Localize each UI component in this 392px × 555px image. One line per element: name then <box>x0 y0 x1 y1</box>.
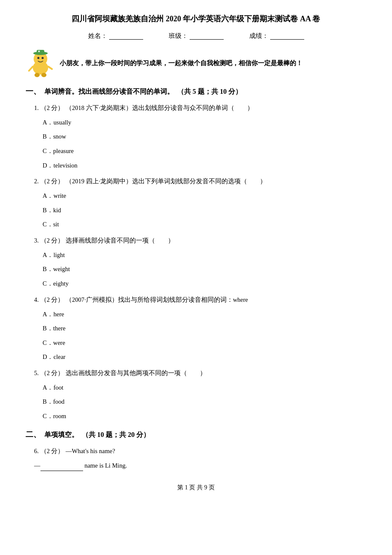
q2-option-a: A．write <box>34 190 366 202</box>
q5-option-a: A．foot <box>34 382 366 394</box>
q1-num: 1. <box>34 104 39 111</box>
q1-option-d: D．television <box>34 160 366 172</box>
mascot-image: ★ <box>26 49 55 78</box>
q4-text: 4. （2 分） （2007·广州模拟）找出与所给得词划线部分读音相同的词：wh… <box>34 294 366 305</box>
class-label: 班级： <box>169 32 188 40</box>
score-field: 成绩： <box>249 32 304 40</box>
q6-suffix: name is Li Ming. <box>83 462 127 469</box>
q2-option-b: B．kid <box>34 205 366 217</box>
q5-option-b: B．food <box>34 396 366 408</box>
q1-option-a: A．usually <box>34 117 366 129</box>
q6-subtext: — name is Li Ming. <box>34 460 366 471</box>
section1-header: 一、 单词辨音。找出画线部分读音不同的单词。 （共 5 题；共 10 分） <box>26 86 366 96</box>
q6-num: 6. <box>34 448 39 454</box>
section1-meta: （共 5 题；共 10 分） <box>177 87 242 96</box>
intro-section: ★ 小朋友，带上你一段时间的学习成果，一起来做个自我检测吧，相信你一定是最棒的！ <box>26 49 366 78</box>
q6-dash: — <box>34 462 40 469</box>
q1-text: 1. （2 分） （2018 六下·龙岗期末）选出划线部分读音与众不同的单词（ … <box>34 102 366 113</box>
q4-c-text: were <box>53 339 65 346</box>
q3-b-text: weight <box>53 266 70 272</box>
section2-meta: （共 10 题；共 20 分） <box>82 431 150 439</box>
q2-a-text: write <box>53 192 66 199</box>
q3-a-text: light <box>53 251 65 258</box>
question-3: 3. （2 分） 选择画线部分读音不同的一项（ ） A．light B．weig… <box>26 235 366 290</box>
q6-text: 6. （2 分） —What's his name? <box>34 445 366 457</box>
q4-body: （2007·广州模拟）找出与所给得词划线部分读音相同的词：where <box>66 296 248 303</box>
intro-text: 小朋友，带上你一段时间的学习成果，一起来做个自我检测吧，相信你一定是最棒的！ <box>60 58 303 69</box>
q1-body: （2018 六下·龙岗期末）选出划线部分读音与众不同的单词（ ） <box>66 104 254 111</box>
q2-num: 2. <box>34 178 39 185</box>
section1-title: 单词辨音。找出画线部分读音不同的单词。 <box>44 87 174 96</box>
q4-d-text: clear <box>53 353 65 360</box>
q5-score: （2 分） <box>40 370 64 376</box>
q1-b-text: snow <box>53 133 66 140</box>
page-info: 第 1 页 共 9 页 <box>177 484 215 491</box>
q3-option-b: B．weight <box>34 263 366 275</box>
q2-option-c: C．sit <box>34 219 366 231</box>
svg-point-8 <box>35 73 40 77</box>
q2-text: 2. （2 分） （2019 四上·龙岗期中）选出下列单词划线部分发音不同的选项… <box>34 176 366 187</box>
q3-c-text: eighty <box>53 280 69 287</box>
q1-d-text: television <box>53 162 77 169</box>
name-blank[interactable] <box>109 32 143 40</box>
question-5: 5. （2 分） 选出画线部分发音与其他两项不同的一项（ ） A．foot B．… <box>26 367 366 422</box>
q3-body: 选择画线部分读音不同的一项（ ） <box>66 237 174 244</box>
q5-c-text: room <box>53 413 66 419</box>
score-blank[interactable] <box>270 32 304 40</box>
q4-option-b: B．there <box>34 323 366 335</box>
q5-a-text: foot <box>53 384 63 391</box>
q3-text: 3. （2 分） 选择画线部分读音不同的一项（ ） <box>34 235 366 246</box>
q4-option-a: A．here <box>34 309 366 321</box>
q5-num: 5. <box>34 370 39 376</box>
question-2: 2. （2 分） （2019 四上·龙岗期中）选出下列单词划线部分发音不同的选项… <box>26 176 366 231</box>
q6-body: —What's his name? <box>66 448 115 454</box>
q6-blank[interactable] <box>40 464 83 471</box>
q3-option-c: C．eighty <box>34 278 366 290</box>
section1: 一、 单词辨音。找出画线部分读音不同的单词。 （共 5 题；共 10 分） 1.… <box>26 86 366 422</box>
q1-score: （2 分） <box>40 104 64 111</box>
q4-option-d: D．clear <box>34 351 366 363</box>
section1-number: 一、 <box>26 86 41 96</box>
q6-score: （2 分） <box>40 448 64 454</box>
section2-title: 单项填空。 <box>44 431 78 439</box>
q4-num: 4. <box>34 296 39 303</box>
score-label: 成绩： <box>249 32 268 40</box>
page-footer: 第 1 页 共 9 页 <box>26 484 366 491</box>
q1-c-text: pleasure <box>53 147 74 154</box>
q1-option-c: C．pleasure <box>34 145 366 157</box>
svg-text:★: ★ <box>37 49 40 53</box>
q2-body: （2019 四上·龙岗期中）选出下列单词划线部分发音不同的选项（ ） <box>66 178 266 185</box>
q3-score: （2 分） <box>40 237 64 244</box>
section2-header: 二、 单项填空。 （共 10 题；共 20 分） <box>26 429 366 439</box>
q3-num: 3. <box>34 237 39 244</box>
q2-c-text: sit <box>53 221 59 228</box>
q4-a-text: here <box>53 311 64 318</box>
q4-b-text: there <box>53 325 66 332</box>
svg-point-9 <box>41 73 46 77</box>
section2: 二、 单项填空。 （共 10 题；共 20 分） 6. （2 分） —What'… <box>26 429 366 471</box>
svg-point-3 <box>42 57 44 59</box>
q3-option-a: A．light <box>34 249 366 261</box>
section2-number: 二、 <box>26 429 41 439</box>
page-title: 四川省阿坝藏族羌族自治州 2020 年小学英语六年级下册期末测试卷 AA 卷 <box>26 13 366 25</box>
name-field: 姓名： <box>88 32 143 40</box>
q1-a-text: usually <box>53 119 71 126</box>
q2-score: （2 分） <box>40 178 64 185</box>
question-1: 1. （2 分） （2018 六下·龙岗期末）选出划线部分读音与众不同的单词（ … <box>26 102 366 171</box>
q1-option-b: B．snow <box>34 131 366 143</box>
svg-line-6 <box>29 66 33 71</box>
q4-option-c: C．were <box>34 337 366 349</box>
name-label: 姓名： <box>88 32 107 40</box>
question-6: 6. （2 分） —What's his name? — name is Li … <box>26 445 366 471</box>
question-4: 4. （2 分） （2007·广州模拟）找出与所给得词划线部分读音相同的词：wh… <box>26 294 366 363</box>
svg-point-2 <box>37 57 40 59</box>
class-blank[interactable] <box>190 32 224 40</box>
q2-b-text: kid <box>53 207 61 214</box>
class-field: 班级： <box>169 32 224 40</box>
q5-body: 选出画线部分发音与其他两项不同的一项（ ） <box>66 370 206 376</box>
form-row: 姓名： 班级： 成绩： <box>26 32 366 40</box>
q5-option-c: C．room <box>34 410 366 422</box>
svg-line-7 <box>48 66 52 69</box>
q5-text: 5. （2 分） 选出画线部分发音与其他两项不同的一项（ ） <box>34 367 366 379</box>
q4-score: （2 分） <box>40 296 64 303</box>
